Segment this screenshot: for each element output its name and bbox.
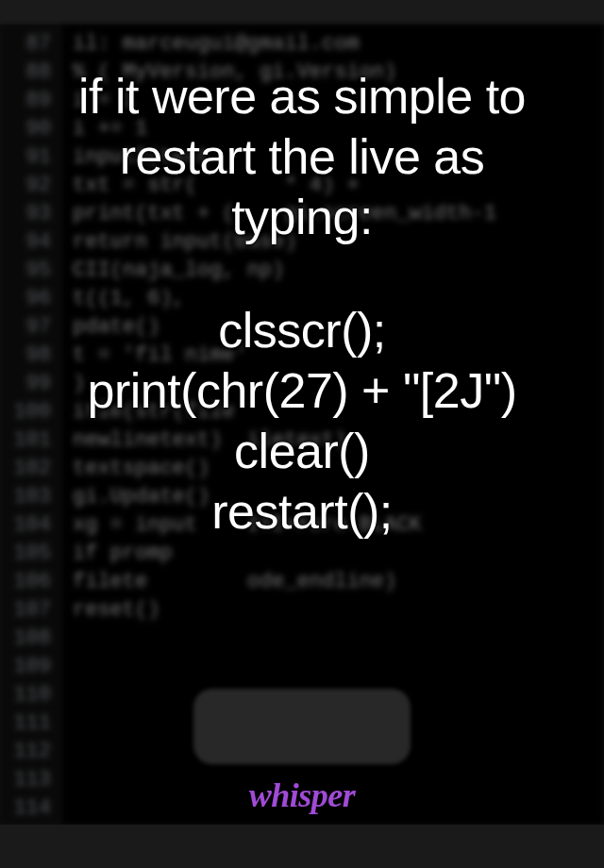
code-line: il: marceugui@gmail.com	[73, 30, 604, 58]
msg-line-2: restart the live as	[120, 126, 484, 187]
msg-line-3: typing:	[231, 187, 373, 247]
confession-text: if it were as simple to restart the live…	[0, 66, 604, 783]
top-bar	[0, 0, 604, 25]
msg-line-5: print(chr(27) + "[2J")	[87, 360, 516, 421]
bottom-bar	[0, 825, 604, 868]
line-number: 87	[0, 30, 60, 58]
whisper-card: 8788899091929394959697989910010110210310…	[0, 0, 604, 868]
msg-line-4: clsscr();	[218, 300, 385, 360]
msg-line-6: clear()	[234, 421, 370, 481]
msg-line-1: if it were as simple to	[78, 66, 526, 126]
msg-line-7: restart();	[211, 481, 392, 542]
whisper-logo: whisper	[0, 776, 604, 815]
